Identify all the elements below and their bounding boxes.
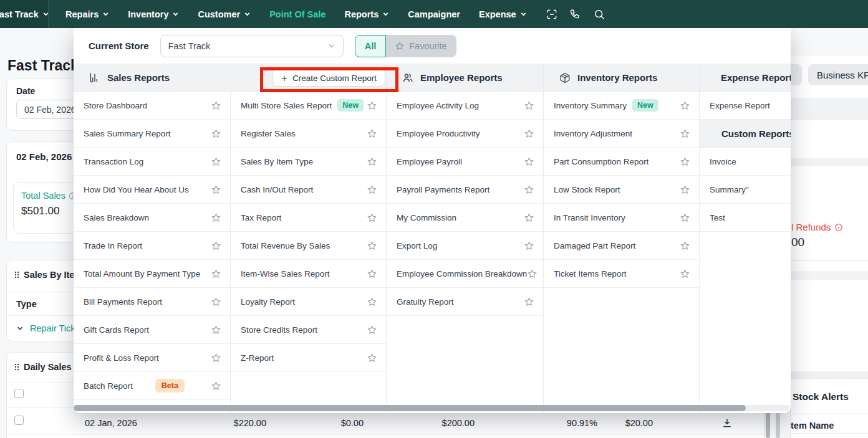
menu-item[interactable]: Sales Summary Report (74, 120, 230, 148)
menu-item[interactable]: Damaged Part Report (544, 232, 699, 260)
menu-item[interactable]: Bill Payments Report (74, 288, 230, 316)
favourite-star-icon[interactable] (527, 269, 538, 279)
menu-item[interactable]: Item-Wise Sales Report (231, 260, 386, 288)
vertical-scrollbar[interactable] (776, 410, 780, 438)
favourite-star-icon[interactable] (367, 184, 377, 195)
favourite-star-icon[interactable] (524, 212, 534, 223)
filter-favourite-button[interactable]: Favourite (386, 35, 456, 57)
scan-icon[interactable] (542, 5, 561, 24)
nav-item[interactable]: Point Of Sale (260, 0, 335, 28)
drag-handle-icon[interactable] (14, 271, 19, 279)
favourite-star-icon[interactable] (680, 184, 690, 195)
favourite-star-icon[interactable] (211, 212, 221, 223)
favourite-star-icon[interactable] (211, 156, 221, 167)
nav-item[interactable]: Customer (188, 0, 260, 28)
favourite-star-icon[interactable] (367, 325, 377, 335)
menu-item[interactable]: Loyalty Report (231, 288, 386, 316)
menu-item[interactable]: Batch Report Beta (74, 372, 230, 400)
menu-item[interactable]: Invoice (700, 148, 791, 176)
menu-item[interactable]: Store Dashboard (74, 92, 230, 120)
nav-item[interactable]: Campaigner (398, 0, 470, 28)
menu-item[interactable]: Trade In Report (74, 232, 230, 260)
info-icon[interactable] (834, 223, 843, 232)
nav-store-selector[interactable]: Fast Track (0, 0, 49, 28)
nav-item[interactable]: Repairs (56, 0, 118, 28)
menu-item[interactable]: Cash In/Out Report (231, 176, 386, 204)
menu-item[interactable]: Gratuity Report (387, 288, 543, 316)
favourite-star-icon[interactable] (680, 128, 690, 139)
menu-item[interactable]: Store Credits Report (231, 316, 386, 344)
favourite-star-icon[interactable] (680, 156, 690, 167)
menu-item[interactable]: Total Amount By Payment Type (74, 260, 230, 288)
nav-item[interactable]: Inventory (118, 0, 188, 28)
drag-handle-icon[interactable] (14, 363, 19, 371)
menu-item[interactable]: My Commission (387, 204, 543, 232)
favourite-star-icon[interactable] (524, 240, 534, 251)
nav-item[interactable]: Reports (335, 0, 398, 28)
vertical-scrollbar[interactable] (766, 410, 770, 438)
repair-ticket-link[interactable]: Repair Ticket (16, 323, 83, 333)
favourite-star-icon[interactable] (367, 128, 377, 139)
favourite-star-icon[interactable] (211, 381, 221, 391)
favourite-star-icon[interactable] (367, 297, 377, 307)
search-icon[interactable] (590, 5, 609, 24)
favourite-star-icon[interactable] (680, 240, 690, 251)
menu-item[interactable]: Part Consumption Report (544, 148, 699, 176)
menu-item[interactable]: Transaction Log (74, 148, 230, 176)
horizontal-scrollbar[interactable] (74, 405, 789, 411)
menu-item[interactable]: Low Stock Report (544, 176, 699, 204)
nav-item[interactable]: Expense (470, 0, 536, 28)
menu-item[interactable]: Register Sales (231, 120, 386, 148)
menu-item[interactable]: Total Revenue By Sales (231, 232, 386, 260)
menu-item[interactable]: Profit & Loss Report (74, 344, 230, 372)
favourite-star-icon[interactable] (211, 184, 221, 195)
favourite-star-icon[interactable] (367, 353, 377, 363)
menu-item[interactable]: Gift Cards Report (74, 316, 230, 344)
scrollbar-thumb[interactable] (74, 405, 746, 411)
download-icon[interactable] (719, 415, 735, 431)
row-checkbox[interactable] (14, 416, 24, 425)
menu-item[interactable]: In Transit Inventory (544, 204, 699, 232)
favourite-star-icon[interactable] (524, 156, 534, 167)
favourite-star-icon[interactable] (367, 212, 377, 223)
favourite-star-icon[interactable] (211, 325, 221, 335)
favourite-star-icon[interactable] (367, 156, 377, 167)
favourite-star-icon[interactable] (367, 269, 377, 279)
favourite-star-icon[interactable] (211, 128, 221, 139)
favourite-star-icon[interactable] (524, 297, 534, 307)
menu-item[interactable]: Payroll Payments Report (387, 176, 543, 204)
menu-item[interactable]: Ticket Items Report (544, 260, 699, 288)
create-custom-report-button[interactable]: + Create Custom Report (272, 69, 385, 87)
favourite-star-icon[interactable] (211, 297, 221, 307)
favourite-star-icon[interactable] (367, 240, 377, 251)
favourite-star-icon[interactable] (680, 269, 690, 279)
store-select[interactable]: Fast Track (160, 35, 344, 57)
favourite-star-icon[interactable] (680, 212, 690, 223)
favourite-star-icon[interactable] (211, 269, 221, 279)
favourite-star-icon[interactable] (524, 128, 534, 139)
menu-item[interactable]: Sales By Item Type (231, 148, 386, 176)
favourite-star-icon[interactable] (211, 240, 221, 251)
menu-item[interactable]: Multi Store Sales Report New (231, 92, 386, 120)
favourite-star-icon[interactable] (524, 184, 534, 195)
favourite-star-icon[interactable] (524, 100, 534, 111)
menu-item[interactable]: Employee Productivity (387, 120, 543, 148)
menu-item[interactable]: Inventory Adjustment (544, 120, 699, 148)
menu-item[interactable]: Sales Breakdown (74, 204, 230, 232)
menu-item[interactable]: Summary'' (700, 176, 791, 204)
menu-item[interactable]: Employee Commission Breakdown (387, 260, 543, 288)
row-checkbox[interactable] (14, 389, 24, 398)
phone-icon[interactable] (566, 5, 585, 24)
favourite-star-icon[interactable] (211, 100, 221, 111)
menu-item[interactable]: Employee Payroll (387, 148, 543, 176)
menu-item[interactable]: Export Log (387, 232, 543, 260)
menu-item[interactable]: Tax Report (231, 204, 386, 232)
favourite-star-icon[interactable] (211, 353, 221, 363)
filter-all-button[interactable]: All (355, 35, 387, 57)
menu-item[interactable]: Employee Activity Log (387, 92, 543, 120)
favourite-star-icon[interactable] (680, 100, 690, 111)
menu-item[interactable]: Z-Report (231, 344, 386, 372)
menu-item[interactable]: Expense Report (700, 92, 791, 120)
menu-item[interactable]: Test (700, 204, 791, 232)
business-kpi-button[interactable]: Business KPI (808, 64, 868, 85)
